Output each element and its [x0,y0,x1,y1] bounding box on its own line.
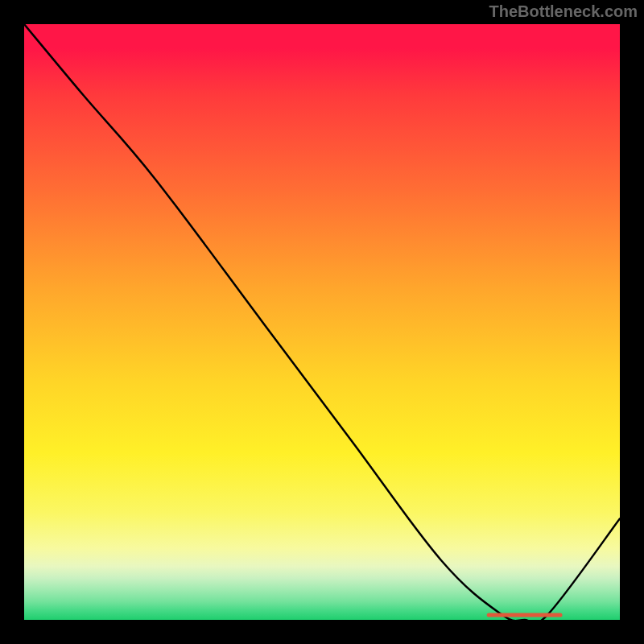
plot-area [24,24,620,620]
bottleneck-curve [24,24,620,620]
watermark-label: TheBottleneck.com [489,2,638,21]
chart-container: TheBottleneck.com [0,0,644,644]
